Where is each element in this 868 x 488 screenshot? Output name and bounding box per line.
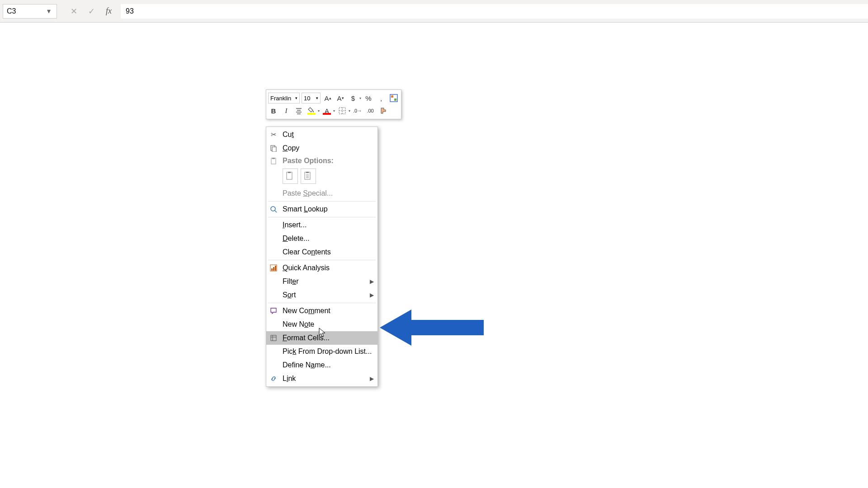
formula-input[interactable]: 93 xyxy=(121,4,868,19)
enter-icon: ✓ xyxy=(88,6,95,16)
formula-bar-icons: ✕ ✓ fx xyxy=(71,6,112,16)
formula-bar: C3 ▾ ✕ ✓ fx 93 xyxy=(0,0,868,23)
fx-icon[interactable]: fx xyxy=(106,6,112,16)
name-box[interactable]: C3 ▾ xyxy=(3,4,57,19)
formula-value: 93 xyxy=(126,7,134,15)
cancel-icon: ✕ xyxy=(71,6,77,16)
name-box-value: C3 xyxy=(7,7,16,15)
name-box-dropdown-icon[interactable]: ▾ xyxy=(45,7,53,15)
